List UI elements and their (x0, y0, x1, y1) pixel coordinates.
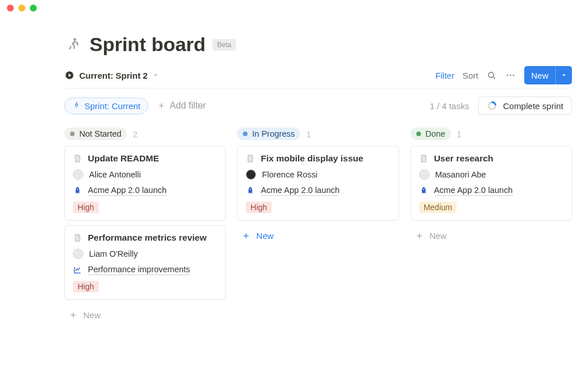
priority-tag: High (73, 202, 99, 213)
assignee-name: Liam O'Reilly (89, 249, 138, 258)
board-column: Done1User researchMasanori AbeAcme App 2… (411, 128, 572, 322)
new-card-button[interactable]: New (237, 225, 399, 243)
doc-icon (419, 154, 428, 163)
complete-sprint-label: Complete sprint (503, 101, 563, 111)
column-name: Done (425, 129, 446, 138)
column-count: 1 (457, 129, 461, 139)
svg-point-2 (489, 72, 494, 78)
doc-icon (73, 154, 82, 163)
column-header[interactable]: Not Started2 (64, 128, 226, 140)
new-button-chevron[interactable] (555, 66, 572, 84)
project-link[interactable]: Acme App 2.0 launch (261, 186, 339, 196)
assignee-avatar (73, 169, 83, 180)
status-dot-icon (243, 132, 247, 136)
window-titlebar (0, 0, 588, 16)
priority-tag: High (246, 202, 272, 213)
status-dot-icon (416, 132, 421, 136)
plus-icon (415, 231, 424, 240)
window-close-icon[interactable] (7, 5, 14, 11)
board-columns: Not Started2Update READMEAlice Antonelli… (64, 128, 572, 322)
assignee-name: Masanori Abe (435, 170, 486, 179)
page-title: Sprint board (90, 33, 206, 56)
card-title: Fix mobile display issue (261, 153, 363, 164)
page-header: Sprint board Beta (64, 33, 572, 56)
status-pill[interactable]: In Progress (237, 128, 300, 140)
new-card-button[interactable]: New (64, 304, 226, 322)
doc-icon (73, 233, 82, 242)
column-name: Not Started (79, 129, 121, 138)
task-card[interactable]: Fix mobile display issueFlorence RossiAc… (237, 146, 399, 221)
svg-point-10 (423, 189, 424, 190)
sort-button[interactable]: Sort (462, 71, 478, 80)
window-minimize-icon[interactable] (18, 5, 25, 11)
svg-point-3 (506, 75, 508, 76)
assignee-avatar (73, 249, 83, 259)
assignee-name: Alice Antonelli (89, 170, 141, 179)
view-tab-current[interactable]: Current: Sprint 2 (64, 70, 159, 80)
beta-badge: Beta (212, 39, 236, 51)
task-card[interactable]: User researchMasanori AbeAcme App 2.0 la… (411, 146, 572, 221)
play-icon (64, 70, 75, 80)
project-link[interactable]: Acme App 2.0 launch (434, 186, 513, 196)
runner-icon (64, 36, 83, 54)
priority-tag: Medium (419, 202, 457, 213)
svg-point-9 (250, 189, 251, 190)
project-link[interactable]: Acme App 2.0 launch (88, 186, 167, 196)
window-maximize-icon[interactable] (30, 5, 37, 11)
chevron-down-icon (152, 72, 159, 79)
project-link[interactable]: Performance improvements (88, 265, 190, 275)
assignee-avatar (246, 169, 256, 180)
complete-sprint-button[interactable]: Complete sprint (478, 96, 572, 115)
add-filter-label: Add filter (170, 101, 206, 111)
view-tab-label: Current: Sprint 2 (79, 71, 148, 80)
rocket-icon (419, 186, 428, 195)
plus-icon (157, 102, 165, 110)
svg-point-5 (513, 75, 514, 76)
doc-icon (246, 154, 255, 163)
new-card-label: New (83, 310, 100, 320)
new-button[interactable]: New (524, 66, 572, 84)
assignee-name: Florence Rossi (262, 170, 318, 179)
more-icon[interactable] (505, 70, 516, 80)
svg-point-4 (509, 75, 511, 76)
filter-chip-sprint[interactable]: Sprint: Current (64, 98, 148, 114)
filter-bar: Sprint: Current Add filter 1 / 4 tasks C… (64, 96, 572, 115)
card-title: User research (434, 153, 493, 164)
column-name: In Progress (252, 129, 295, 138)
new-card-label: New (430, 231, 447, 241)
filter-chip-label: Sprint: Current (84, 101, 141, 111)
plus-icon (242, 231, 250, 240)
card-title: Performance metrics review (88, 233, 207, 243)
column-count: 1 (306, 129, 311, 139)
board-column: In Progress1Fix mobile display issueFlor… (237, 128, 399, 322)
add-filter-button[interactable]: Add filter (157, 101, 206, 111)
status-dot-icon (70, 132, 75, 136)
svg-point-6 (76, 102, 77, 103)
task-card[interactable]: Update READMEAlice AntonelliAcme App 2.0… (64, 146, 226, 221)
column-count: 2 (133, 129, 137, 139)
new-card-label: New (256, 231, 273, 241)
rocket-icon (246, 186, 255, 195)
task-card[interactable]: Performance metrics reviewLiam O'ReillyP… (64, 225, 226, 300)
assignee-avatar (419, 169, 430, 180)
new-button-label: New (524, 71, 555, 80)
column-header[interactable]: Done1 (411, 128, 572, 140)
filter-button[interactable]: Filter (435, 71, 454, 80)
svg-point-8 (77, 189, 78, 190)
runner-small-icon (72, 102, 80, 110)
svg-point-0 (74, 38, 76, 41)
plus-icon (69, 311, 78, 319)
priority-tag: High (73, 281, 99, 292)
view-bar: Current: Sprint 2 Filter Sort New (64, 66, 572, 88)
chart-icon (73, 265, 82, 275)
card-title: Update README (88, 153, 159, 164)
search-icon[interactable] (486, 70, 497, 80)
column-header[interactable]: In Progress1 (237, 128, 399, 140)
board-column: Not Started2Update READMEAlice Antonelli… (64, 128, 226, 322)
status-pill[interactable]: Done (411, 128, 451, 140)
new-card-button[interactable]: New (411, 225, 572, 243)
progress-ring-icon (487, 101, 497, 111)
tasks-count: 1 / 4 tasks (430, 101, 469, 111)
status-pill[interactable]: Not Started (64, 128, 127, 140)
rocket-icon (73, 186, 82, 195)
